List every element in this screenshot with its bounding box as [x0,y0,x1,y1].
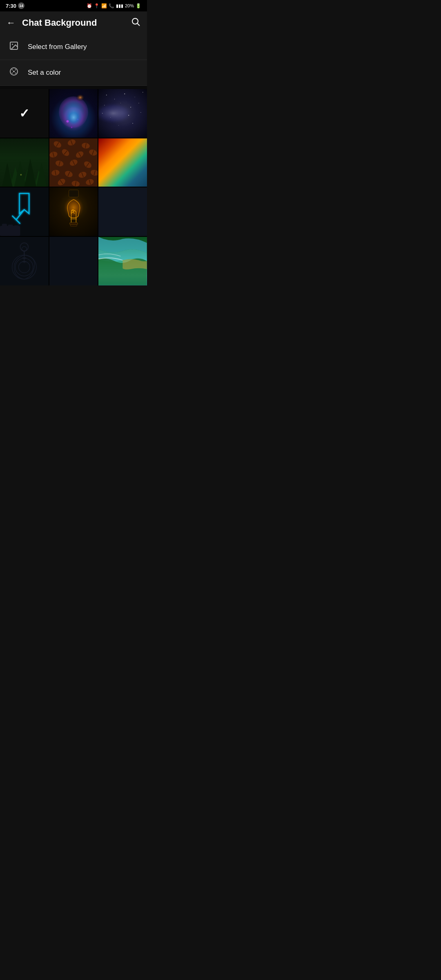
wallpaper-item-5[interactable] [49,138,98,187]
svg-marker-37 [2,163,13,187]
svg-point-0 [132,18,138,24]
svg-rect-87 [70,225,77,226]
svg-point-11 [69,94,87,109]
svg-point-20 [143,92,143,92]
search-button[interactable] [131,17,140,29]
svg-point-29 [118,125,119,125]
wallpaper-item-3[interactable] [98,89,147,138]
bulb-svg [49,187,98,236]
wallpaper-item-9[interactable] [98,187,147,236]
wallpaper-item-8[interactable] [49,187,98,236]
wallpaper-item-11[interactable] [49,237,98,285]
svg-rect-88 [69,190,78,197]
select-gallery-item[interactable]: Select from Gallery [0,34,147,60]
page-title: Chat Background [22,18,124,28]
nebula-svg [49,89,98,138]
svg-point-14 [77,118,78,120]
wallpaper-item-6[interactable] [98,138,147,187]
signal-bars: ▮▮▮ [116,3,123,9]
svg-point-13 [71,127,72,128]
wallpaper-item-10[interactable] [0,237,49,285]
svg-point-94 [20,243,28,251]
svg-point-28 [141,112,141,113]
palette-icon [8,67,20,79]
status-bar: 7:30 14 ⏰ 📍 📶 📞 ▮▮▮ 20% 🔋 [0,0,147,11]
coffee-svg [49,138,98,187]
header: ← Chat Background [0,11,147,34]
svg-rect-77 [2,224,7,236]
svg-point-23 [131,107,131,108]
location-icon: 📍 [94,3,100,9]
selected-checkmark: ✓ [19,106,29,120]
set-color-item[interactable]: Set a color [0,60,147,85]
wallpaper-item-4[interactable] [0,138,49,187]
svg-point-9 [15,73,16,74]
wallpaper-item-7[interactable] [0,187,49,236]
battery-level: 20% [125,3,134,8]
section-divider [0,86,147,89]
svg-point-27 [129,115,129,116]
gallery-icon [8,41,20,53]
svg-point-6 [12,69,13,70]
svg-point-8 [12,73,13,74]
gallery-label: Select from Gallery [28,43,87,51]
wallpaper-item-1[interactable]: ✓ [0,89,49,138]
color-label: Set a color [28,69,61,77]
battery-icon: 🔋 [136,3,141,9]
alarm-icon: ⏰ [87,3,92,9]
svg-rect-78 [8,225,13,236]
svg-point-91 [18,261,30,273]
svg-point-22 [120,103,121,103]
call-icon: 📞 [109,3,114,9]
search-icon [131,17,140,27]
svg-point-16 [106,95,107,96]
svg-rect-79 [14,225,19,236]
wallpaper-grid: ✓ [0,89,147,285]
svg-point-25 [102,113,103,114]
svg-point-5 [13,71,15,72]
svg-point-17 [114,99,115,99]
svg-point-15 [98,101,140,125]
status-time: 7:30 14 [6,2,24,9]
notification-badge: 14 [18,2,24,9]
menu-section: Select from Gallery Set a color [0,34,147,86]
svg-point-41 [20,174,22,176]
swirl-svg [0,237,49,285]
svg-line-1 [138,24,140,26]
wallpaper-item-12[interactable] [98,237,147,285]
svg-point-19 [135,97,135,97]
beach-svg [98,237,147,285]
svg-point-26 [110,117,111,118]
neon-svg [0,187,49,236]
svg-point-21 [105,105,105,105]
svg-point-12 [66,120,69,122]
svg-point-30 [133,123,133,123]
svg-point-18 [125,94,125,94]
stars-svg [98,89,147,138]
svg-point-7 [15,69,16,70]
back-button[interactable]: ← [7,18,16,28]
svg-point-68 [90,169,98,176]
forest-svg [0,138,49,187]
svg-rect-86 [69,223,78,225]
wifi-icon: 📶 [101,3,107,9]
svg-marker-39 [24,158,36,187]
status-icons: ⏰ 📍 📶 📞 ▮▮▮ 20% 🔋 [87,3,141,9]
svg-point-24 [139,103,139,103]
svg-point-3 [12,44,13,45]
wallpaper-item-2[interactable] [49,89,98,138]
